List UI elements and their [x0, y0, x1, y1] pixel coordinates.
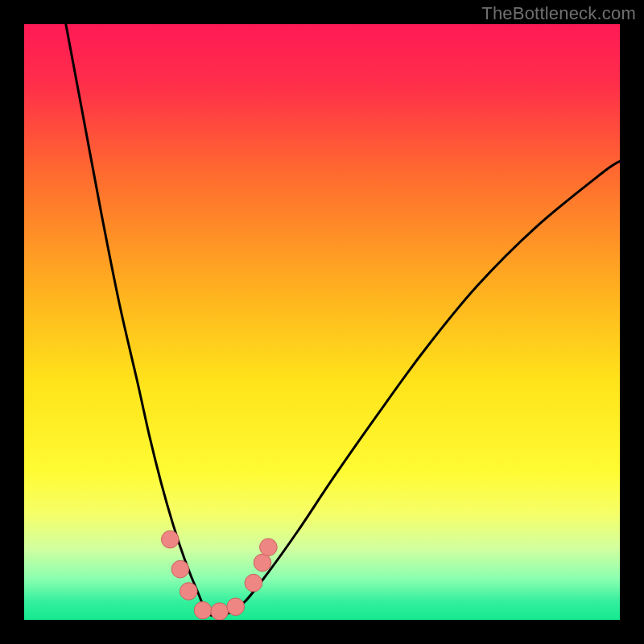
chart-svg: [24, 24, 620, 620]
bottleneck-curve: [66, 24, 620, 616]
curve-marker: [211, 603, 229, 620]
curve-marker: [161, 530, 179, 548]
curve-marker: [254, 554, 271, 572]
curve-marker: [171, 560, 189, 578]
curve-marker: [194, 601, 212, 619]
watermark-text: TheBottleneck.com: [481, 3, 636, 24]
curve-marker: [245, 574, 262, 592]
outer-frame: TheBottleneck.com: [0, 0, 644, 644]
curve-marker: [227, 598, 245, 616]
curve-marker: [260, 539, 278, 556]
plot-area: [24, 24, 620, 620]
curve-marker: [180, 583, 197, 601]
